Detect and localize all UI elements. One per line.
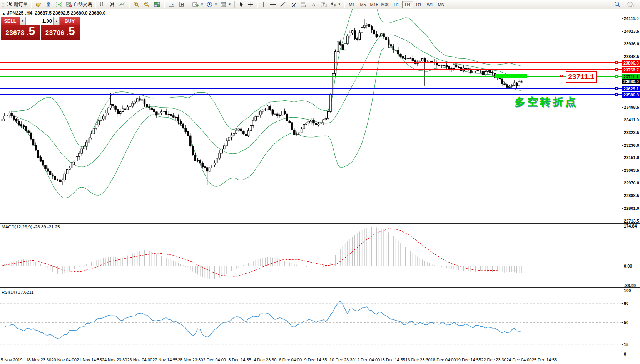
candle-down xyxy=(54,176,56,180)
timeframe-button-m15[interactable]: M15 xyxy=(369,1,380,8)
signals-button[interactable] xyxy=(54,0,64,9)
hline-endpoint-handle[interactable] xyxy=(615,75,618,78)
candle-up xyxy=(301,129,302,133)
timeframe-button-m1[interactable]: M1 xyxy=(346,1,358,8)
candle-down xyxy=(521,82,522,82)
volume-input[interactable]: 1.00 xyxy=(26,17,53,25)
timeframe-button-h1[interactable]: H1 xyxy=(391,1,402,8)
hline-endpoint-handle[interactable] xyxy=(615,93,618,96)
candle-up xyxy=(62,180,63,182)
price-tag-connector-line xyxy=(563,76,566,76)
date-tick-label: 21 Nov 14:55 xyxy=(77,357,102,362)
price-tag-handle[interactable] xyxy=(560,75,563,77)
zoom-out-button[interactable] xyxy=(142,0,152,9)
main-chart-plot xyxy=(0,9,622,222)
candle-down xyxy=(13,116,15,119)
autotrading-button[interactable]: 自动交易 xyxy=(64,0,94,9)
new-order-label: 新订单 xyxy=(14,1,28,8)
hline-endpoint-handle[interactable] xyxy=(615,68,618,71)
crosshair-icon xyxy=(248,2,254,7)
zoom-in-button[interactable] xyxy=(131,0,142,9)
crosshair-button[interactable] xyxy=(246,0,256,9)
arrows-button[interactable]: ▼ xyxy=(329,0,343,9)
candle-up xyxy=(252,120,254,126)
hline-endpoint-handle[interactable] xyxy=(615,87,618,90)
macd-signal-line xyxy=(2,229,521,276)
horizontal-line-object[interactable] xyxy=(0,69,622,70)
indicators-button[interactable]: ▼ xyxy=(191,0,205,9)
current-price-badge: 23680.0 xyxy=(622,79,640,84)
toolbar-grip[interactable] xyxy=(2,2,4,8)
candle-up xyxy=(260,111,261,115)
templates-button[interactable]: ▼ xyxy=(219,0,233,9)
vertical-line-button[interactable] xyxy=(259,0,268,9)
timeframe-button-h4[interactable]: H4 xyxy=(402,1,413,8)
date-tick-label: 13 Dec 14:55 xyxy=(380,357,405,362)
search-icon xyxy=(614,1,621,8)
panel-divider[interactable] xyxy=(0,287,640,288)
volume-up-button[interactable]: ▲ xyxy=(53,17,60,25)
timeframe-button-w1[interactable]: W1 xyxy=(424,1,436,8)
sell-price[interactable]: 23678 .5 xyxy=(1,25,40,40)
chat-button[interactable] xyxy=(625,0,636,9)
text-button[interactable]: A xyxy=(309,0,319,9)
candle-up xyxy=(409,58,411,59)
svg-text:E: E xyxy=(294,5,296,7)
collapse-trade-panel-icon[interactable]: ▲ xyxy=(2,12,5,15)
periods-button[interactable]: ▼ xyxy=(205,0,219,9)
candle-up xyxy=(480,71,481,71)
trendline-button[interactable] xyxy=(278,0,288,9)
community-button[interactable] xyxy=(43,0,54,9)
price-line-badge: 23758.7 xyxy=(622,67,640,73)
candle-down xyxy=(59,180,61,182)
candle-down xyxy=(204,167,206,168)
volume-down-button[interactable]: ▼ xyxy=(20,17,26,25)
buy-button[interactable]: BUY xyxy=(60,17,80,25)
equidistant-channel-button[interactable]: E xyxy=(288,0,299,9)
candle-up xyxy=(364,25,365,28)
hline-endpoint-handle[interactable] xyxy=(615,61,618,64)
price-tag-label[interactable]: 23711.1 xyxy=(566,71,597,83)
fibonacci-button[interactable]: F xyxy=(299,0,309,9)
cursor-button[interactable] xyxy=(237,0,246,9)
line-chart-icon xyxy=(119,2,125,7)
horizontal-line-button[interactable] xyxy=(268,0,278,9)
timeframe-button-mn[interactable]: MN xyxy=(436,1,447,8)
candle-down xyxy=(173,116,174,117)
horizontal-line-object[interactable] xyxy=(0,62,622,63)
horizontal-line-object[interactable] xyxy=(0,88,622,89)
candlestick-chart-button[interactable] xyxy=(107,0,117,9)
candle-up xyxy=(443,66,445,66)
candle-down xyxy=(32,139,34,145)
timeframe-button-m30[interactable]: M30 xyxy=(380,1,391,8)
text-label-button[interactable]: T xyxy=(319,0,329,9)
candle-up xyxy=(407,58,409,59)
timeframe-button-m5[interactable]: M5 xyxy=(358,1,369,8)
candle-down xyxy=(373,30,375,34)
auto-scroll-button[interactable] xyxy=(166,0,177,9)
candle-down xyxy=(286,114,288,121)
chart-shift-button[interactable] xyxy=(177,0,187,9)
chart-note-text[interactable]: 多空转折点 xyxy=(515,95,578,109)
bar-chart-button[interactable] xyxy=(97,0,107,9)
line-chart-button[interactable] xyxy=(117,0,127,9)
sell-button[interactable]: SELL xyxy=(1,17,20,25)
panel-divider[interactable] xyxy=(0,222,640,222)
candle-up xyxy=(81,149,82,153)
candle-up xyxy=(511,85,513,86)
candle-up xyxy=(107,108,109,113)
date-tick-label: 18 Dec 04:00 xyxy=(431,357,456,362)
search-button[interactable] xyxy=(612,0,623,9)
candle-up xyxy=(66,169,68,174)
candle-down xyxy=(177,118,179,121)
new-order-button[interactable]: 新订单 xyxy=(5,0,29,9)
buy-price[interactable]: 23706 .5 xyxy=(41,25,80,40)
tile-windows-button[interactable] xyxy=(152,0,162,9)
date-tick-label: 5 Nov 2019 xyxy=(1,357,22,362)
panel-divider xyxy=(0,223,640,224)
horizontal-line-object[interactable] xyxy=(0,76,622,77)
rsi-tick-label: 15 xyxy=(624,342,628,347)
highlight-rectangle-object[interactable] xyxy=(495,74,527,78)
wallet-button[interactable] xyxy=(33,0,43,9)
timeframe-button-d1[interactable]: D1 xyxy=(413,1,424,8)
